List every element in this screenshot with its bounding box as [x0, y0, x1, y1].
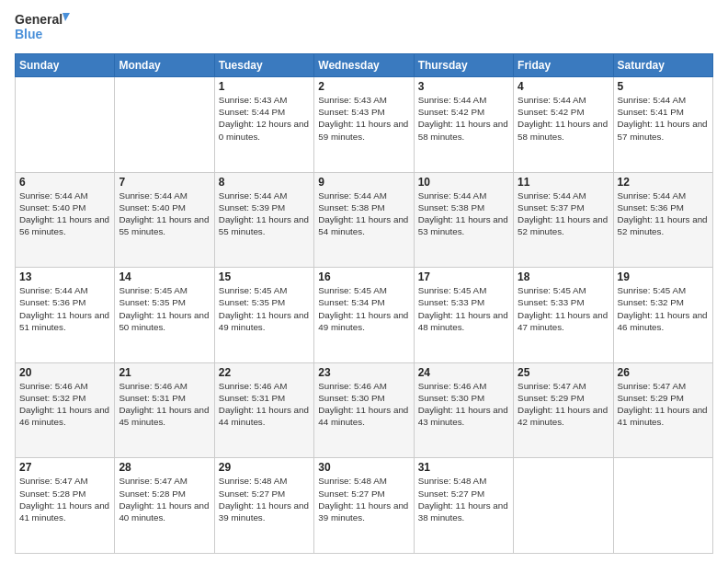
day-number: 20	[19, 366, 110, 379]
day-detail: Sunrise: 5:44 AMSunset: 5:37 PMDaylight:…	[518, 190, 609, 238]
day-detail: Sunrise: 5:47 AMSunset: 5:28 PMDaylight:…	[119, 475, 210, 523]
day-detail: Sunrise: 5:44 AMSunset: 5:39 PMDaylight:…	[219, 190, 310, 238]
day-detail: Sunrise: 5:46 AMSunset: 5:30 PMDaylight:…	[418, 380, 509, 429]
day-detail: Sunrise: 5:44 AMSunset: 5:36 PMDaylight:…	[618, 190, 709, 238]
day-detail: Sunrise: 5:44 AMSunset: 5:36 PMDaylight:…	[19, 284, 110, 333]
day-cell: 10Sunrise: 5:44 AMSunset: 5:38 PMDayligh…	[414, 172, 513, 268]
day-number: 30	[318, 461, 409, 474]
weekday-header-monday: Monday	[115, 54, 214, 77]
logo-svg: General Blue	[15, 9, 70, 48]
day-number: 8	[219, 176, 310, 189]
day-cell: 1Sunrise: 5:43 AMSunset: 5:44 PMDaylight…	[214, 77, 313, 173]
day-cell	[115, 77, 214, 173]
day-detail: Sunrise: 5:44 AMSunset: 5:42 PMDaylight:…	[418, 94, 509, 143]
day-detail: Sunrise: 5:46 AMSunset: 5:31 PMDaylight:…	[219, 380, 310, 429]
week-row-2: 6Sunrise: 5:44 AMSunset: 5:40 PMDaylight…	[16, 172, 713, 268]
logo: General Blue	[15, 9, 70, 48]
page: General Blue SundayMondayTuesdayWednesda…	[0, 0, 728, 563]
day-cell: 4Sunrise: 5:44 AMSunset: 5:42 PMDaylight…	[514, 77, 613, 173]
day-detail: Sunrise: 5:45 AMSunset: 5:34 PMDaylight:…	[318, 284, 409, 333]
weekday-header-thursday: Thursday	[414, 54, 513, 77]
day-number: 10	[418, 176, 509, 189]
day-detail: Sunrise: 5:45 AMSunset: 5:33 PMDaylight:…	[518, 284, 609, 333]
day-detail: Sunrise: 5:48 AMSunset: 5:27 PMDaylight:…	[219, 475, 310, 523]
day-cell: 8Sunrise: 5:44 AMSunset: 5:39 PMDaylight…	[214, 172, 313, 268]
day-number: 17	[418, 270, 509, 283]
day-number: 28	[119, 461, 210, 474]
day-cell: 17Sunrise: 5:45 AMSunset: 5:33 PMDayligh…	[414, 268, 513, 363]
day-number: 18	[518, 270, 609, 283]
day-number: 1	[219, 80, 310, 93]
day-detail: Sunrise: 5:48 AMSunset: 5:27 PMDaylight:…	[318, 475, 409, 523]
day-detail: Sunrise: 5:44 AMSunset: 5:38 PMDaylight:…	[418, 190, 509, 238]
header: General Blue	[15, 9, 713, 48]
day-cell: 13Sunrise: 5:44 AMSunset: 5:36 PMDayligh…	[16, 268, 115, 363]
day-cell: 20Sunrise: 5:46 AMSunset: 5:32 PMDayligh…	[16, 362, 115, 458]
day-cell: 12Sunrise: 5:44 AMSunset: 5:36 PMDayligh…	[613, 172, 712, 268]
day-number: 11	[518, 176, 609, 189]
svg-text:Blue: Blue	[15, 27, 43, 41]
calendar-table: SundayMondayTuesdayWednesdayThursdayFrid…	[15, 53, 713, 554]
day-cell: 16Sunrise: 5:45 AMSunset: 5:34 PMDayligh…	[314, 268, 414, 363]
day-cell: 2Sunrise: 5:43 AMSunset: 5:43 PMDaylight…	[314, 77, 414, 173]
day-number: 27	[19, 461, 110, 474]
day-number: 23	[318, 366, 409, 379]
week-row-4: 20Sunrise: 5:46 AMSunset: 5:32 PMDayligh…	[16, 362, 713, 458]
day-detail: Sunrise: 5:45 AMSunset: 5:35 PMDaylight:…	[219, 284, 310, 333]
weekday-header-tuesday: Tuesday	[214, 54, 313, 77]
day-number: 3	[418, 80, 509, 93]
day-cell: 7Sunrise: 5:44 AMSunset: 5:40 PMDaylight…	[115, 172, 214, 268]
day-detail: Sunrise: 5:44 AMSunset: 5:40 PMDaylight:…	[119, 190, 210, 238]
day-cell: 21Sunrise: 5:46 AMSunset: 5:31 PMDayligh…	[115, 362, 214, 458]
day-cell	[16, 77, 115, 173]
day-cell: 11Sunrise: 5:44 AMSunset: 5:37 PMDayligh…	[514, 172, 613, 268]
day-number: 7	[119, 176, 210, 189]
day-detail: Sunrise: 5:44 AMSunset: 5:42 PMDaylight:…	[518, 94, 609, 143]
weekday-header-wednesday: Wednesday	[314, 54, 414, 77]
day-cell: 29Sunrise: 5:48 AMSunset: 5:27 PMDayligh…	[214, 458, 313, 554]
day-number: 5	[618, 80, 709, 93]
day-detail: Sunrise: 5:44 AMSunset: 5:38 PMDaylight:…	[318, 190, 409, 238]
weekday-header-saturday: Saturday	[613, 54, 712, 77]
day-cell: 28Sunrise: 5:47 AMSunset: 5:28 PMDayligh…	[115, 458, 214, 554]
day-number: 2	[318, 80, 409, 93]
svg-marker-2	[63, 13, 70, 21]
day-cell: 30Sunrise: 5:48 AMSunset: 5:27 PMDayligh…	[314, 458, 414, 554]
weekday-header-friday: Friday	[514, 54, 613, 77]
day-detail: Sunrise: 5:45 AMSunset: 5:32 PMDaylight:…	[618, 284, 709, 333]
day-cell: 14Sunrise: 5:45 AMSunset: 5:35 PMDayligh…	[115, 268, 214, 363]
day-detail: Sunrise: 5:47 AMSunset: 5:29 PMDaylight:…	[618, 380, 709, 429]
day-cell: 27Sunrise: 5:47 AMSunset: 5:28 PMDayligh…	[16, 458, 115, 554]
day-detail: Sunrise: 5:46 AMSunset: 5:32 PMDaylight:…	[19, 380, 110, 429]
day-number: 22	[219, 366, 310, 379]
day-cell: 9Sunrise: 5:44 AMSunset: 5:38 PMDaylight…	[314, 172, 414, 268]
day-number: 14	[119, 270, 210, 283]
week-row-5: 27Sunrise: 5:47 AMSunset: 5:28 PMDayligh…	[16, 458, 713, 554]
day-number: 24	[418, 366, 509, 379]
day-cell: 19Sunrise: 5:45 AMSunset: 5:32 PMDayligh…	[613, 268, 712, 363]
week-row-3: 13Sunrise: 5:44 AMSunset: 5:36 PMDayligh…	[16, 268, 713, 363]
day-cell: 25Sunrise: 5:47 AMSunset: 5:29 PMDayligh…	[514, 362, 613, 458]
day-number: 6	[19, 176, 110, 189]
day-cell: 24Sunrise: 5:46 AMSunset: 5:30 PMDayligh…	[414, 362, 513, 458]
day-cell: 26Sunrise: 5:47 AMSunset: 5:29 PMDayligh…	[613, 362, 712, 458]
day-cell: 5Sunrise: 5:44 AMSunset: 5:41 PMDaylight…	[613, 77, 712, 173]
day-cell: 3Sunrise: 5:44 AMSunset: 5:42 PMDaylight…	[414, 77, 513, 173]
day-cell	[514, 458, 613, 554]
day-detail: Sunrise: 5:47 AMSunset: 5:28 PMDaylight:…	[19, 475, 110, 523]
day-detail: Sunrise: 5:45 AMSunset: 5:35 PMDaylight:…	[119, 284, 210, 333]
day-number: 29	[219, 461, 310, 474]
day-detail: Sunrise: 5:48 AMSunset: 5:27 PMDaylight:…	[418, 475, 509, 523]
day-detail: Sunrise: 5:44 AMSunset: 5:41 PMDaylight:…	[618, 94, 709, 143]
day-number: 19	[618, 270, 709, 283]
weekday-header-row: SundayMondayTuesdayWednesdayThursdayFrid…	[16, 54, 713, 77]
day-number: 31	[418, 461, 509, 474]
svg-text:General: General	[15, 12, 63, 27]
day-number: 16	[318, 270, 409, 283]
day-number: 15	[219, 270, 310, 283]
day-number: 21	[119, 366, 210, 379]
day-detail: Sunrise: 5:43 AMSunset: 5:43 PMDaylight:…	[318, 94, 409, 143]
day-detail: Sunrise: 5:45 AMSunset: 5:33 PMDaylight:…	[418, 284, 509, 333]
day-detail: Sunrise: 5:47 AMSunset: 5:29 PMDaylight:…	[518, 380, 609, 429]
day-cell	[613, 458, 712, 554]
